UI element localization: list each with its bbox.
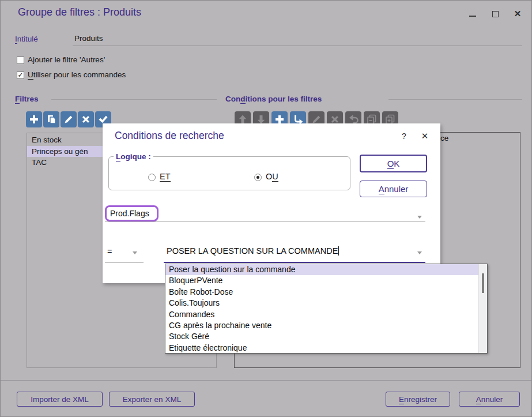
import-xml-button[interactable]: Importer de XML: [17, 392, 103, 407]
filter-edit-button[interactable]: [61, 111, 77, 127]
close-button[interactable]: ✕: [510, 7, 525, 20]
filtres-header: Filtres: [15, 95, 39, 103]
close-icon: ✕: [514, 9, 522, 19]
value-input[interactable]: POSER LA QUESTION SUR LA COMMANDE: [167, 246, 339, 256]
chevron-down-icon[interactable]: [133, 251, 137, 254]
operator-combo[interactable]: =: [107, 247, 112, 256]
logique-group: Logique : ET OU: [108, 152, 350, 190]
radio-ou-label[interactable]: OU: [266, 172, 278, 181]
dialog-close-button[interactable]: ✕: [418, 131, 431, 142]
intitule-label: Intitulé: [15, 35, 38, 43]
scrollbar-thumb[interactable]: [482, 273, 484, 293]
dropdown-item[interactable]: Stock Géré: [165, 331, 478, 342]
field-combo[interactable]: Prod.Flags: [105, 205, 159, 221]
operator-combo-underline: [105, 262, 144, 263]
plus-icon: [28, 114, 40, 125]
chevron-down-icon[interactable]: [417, 216, 422, 219]
value-input-underline: [164, 262, 425, 263]
field-combo-underline: [105, 221, 425, 222]
minimize-button[interactable]: [465, 7, 480, 20]
search-conditions-dialog: Conditions de recherche ? ✕ Logique : ET…: [103, 123, 440, 283]
x-icon: [80, 114, 92, 125]
logique-legend: Logique :: [114, 152, 153, 161]
radio-et-label[interactable]: ET: [160, 172, 171, 181]
ok-button[interactable]: OK: [360, 155, 427, 172]
dropdown-item[interactable]: CG après la prochaine vente: [165, 320, 478, 331]
filtres-header-line: [51, 99, 217, 100]
dialog-title: Conditions de recherche: [115, 130, 224, 142]
pencil-icon: [63, 114, 74, 125]
value-dropdown-list: Poser la question sur la commande Bloque…: [165, 264, 488, 354]
dropdown-scrollbar[interactable]: [478, 264, 487, 353]
conditions-header: Conditions pour les filtres: [225, 95, 322, 103]
filter-duplicate-button[interactable]: [43, 111, 59, 127]
filter-delete-button[interactable]: [78, 111, 94, 127]
chevron-down-icon[interactable]: [417, 251, 422, 254]
help-button[interactable]: ?: [398, 132, 410, 143]
group-filter-window: Groupe de filtres : Produits ✕ Intitulé …: [0, 0, 532, 417]
intitule-field-underline: [73, 46, 522, 46]
dropdown-item[interactable]: BloquerPVente: [165, 275, 478, 286]
save-button[interactable]: Enregistrer: [386, 392, 450, 407]
checkbox-ajouter-autres[interactable]: [17, 57, 24, 64]
dropdown-item[interactable]: Boîte Robot-Dose: [165, 287, 478, 298]
export-xml-button[interactable]: Exporter en XML: [109, 392, 195, 407]
radio-ou[interactable]: [254, 174, 262, 181]
maximize-button[interactable]: [488, 7, 503, 20]
filter-add-button[interactable]: [26, 111, 42, 127]
condition-item-partial-text: ce: [440, 134, 448, 142]
maximize-icon: [492, 11, 499, 17]
dropdown-item[interactable]: Etiquette électronique: [165, 343, 478, 354]
footer-separator: [1, 380, 532, 381]
checkbox-ajouter-autres-label[interactable]: Ajouter le filtre 'Autres': [28, 55, 105, 64]
minimize-icon: [469, 16, 476, 17]
cancel-button[interactable]: Annuler: [459, 392, 520, 407]
checkbox-utiliser-commandes[interactable]: ✓: [17, 72, 24, 79]
checkbox-utiliser-commandes-label[interactable]: Utiliser pour les commandes: [28, 70, 126, 79]
window-title: Groupe de filtres : Produits: [18, 6, 141, 18]
intitule-value[interactable]: Produits: [74, 34, 103, 43]
radio-et[interactable]: [148, 174, 156, 181]
checkmark-icon: ✓: [17, 71, 23, 79]
dropdown-item-selected[interactable]: Poser la question sur la commande: [165, 264, 478, 275]
duplicate-icon: [46, 114, 57, 125]
dropdown-item[interactable]: Commandes: [165, 309, 478, 320]
dialog-cancel-button[interactable]: Annuler: [360, 181, 427, 197]
text-caret: [338, 246, 339, 256]
conditions-header-line: [388, 99, 522, 100]
dropdown-item[interactable]: Colis.Toujours: [165, 298, 478, 309]
